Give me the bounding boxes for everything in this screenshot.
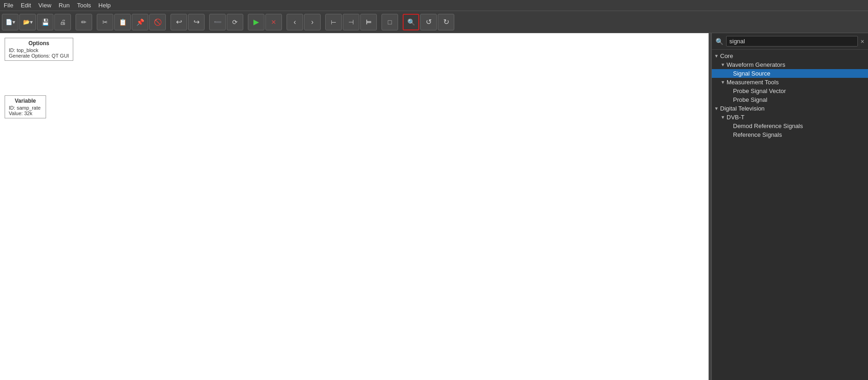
main-area: Options ID: top_block Generate Options: … [0,33,868,380]
align-right-button[interactable]: ⊨ [360,14,377,30]
open-icon: 📂▾ [23,19,33,25]
options-generate: Generate Options: QT GUI [9,53,69,58]
tree-item-probe-signal-vector[interactable]: Probe Signal Vector [712,87,868,95]
options-block: Options ID: top_block Generate Options: … [5,38,73,61]
tree-item-dvbt[interactable]: ▼ DVB-T [712,113,868,122]
square-button[interactable]: □ [381,14,398,30]
measurement-tools-arrow: ▼ [720,80,726,85]
redo-button[interactable]: ↪ [188,14,205,30]
new-button[interactable]: 📄▾ [2,14,18,30]
copy-button[interactable]: 📋 [114,14,131,30]
core-label: Core [720,53,733,59]
measurement-tools-label: Measurement Tools [727,79,779,86]
canvas-area[interactable]: Options ID: top_block Generate Options: … [0,33,709,380]
menu-tools[interactable]: Tools [73,1,94,10]
back-button[interactable]: ‹ [287,14,303,30]
forward-icon: › [311,18,313,26]
pencil-button[interactable]: ✏ [76,14,92,30]
options-generate-label: Generate Options: [9,53,50,58]
probe-signal-vector-label: Probe Signal Vector [733,88,786,94]
delete-icon: 🚫 [154,18,162,26]
align-center-icon: ⊣ [348,18,354,26]
tree-item-waveform-generators[interactable]: ▼ Waveform Generators [712,60,868,69]
align-left-icon: ⊢ [331,18,336,26]
menu-run[interactable]: Run [55,1,73,10]
waveform-generators-label: Waveform Generators [727,61,785,68]
variable-id: ID: samp_rate [9,105,42,111]
demod-reference-signals-label: Demod Reference Signals [733,123,803,129]
component-tree: ▼ Core ▼ Waveform Generators Signal Sour… [712,50,868,380]
variable-value: Value: 32k [9,111,42,116]
options-generate-value: QT GUI [52,53,69,58]
forward-button[interactable]: › [304,14,321,30]
copy-icon: 📋 [119,18,127,26]
redo-icon: ↪ [194,18,199,26]
search-icon: 🔍 [716,38,723,45]
stop-icon: ✕ [271,18,276,26]
cut-icon: ✂ [102,18,108,26]
tree-item-demod-reference-signals[interactable]: Demod Reference Signals [712,122,868,130]
square-icon: □ [388,18,392,26]
options-block-title: Options [9,40,69,47]
variable-block-title: Variable [9,98,42,104]
menu-file[interactable]: File [0,1,17,10]
digital-television-arrow: ▼ [714,106,719,111]
align-left-button[interactable]: ⊢ [325,14,342,30]
signal-source-label: Signal Source [733,70,770,77]
cut-button[interactable]: ✂ [97,14,113,30]
menubar: File Edit View Run Tools Help [0,0,868,11]
search-input[interactable] [726,36,858,47]
variable-value-label: Value: [9,111,23,116]
zoom-button[interactable]: 🔍 [403,14,419,30]
delete-button[interactable]: 🚫 [149,14,166,30]
core-arrow: ▼ [714,53,719,58]
tree-item-probe-signal[interactable]: Probe Signal [712,95,868,104]
zoom-out-button[interactable]: ➖ [209,14,226,30]
reference-signals-label: Reference Signals [733,131,782,138]
redo2-icon: ↻ [443,18,449,26]
align-center-button[interactable]: ⊣ [343,14,359,30]
tree-item-measurement-tools[interactable]: ▼ Measurement Tools [712,78,868,87]
redo2-button[interactable]: ↻ [438,14,454,30]
undo-button[interactable]: ↩ [170,14,187,30]
menu-edit[interactable]: Edit [17,1,35,10]
variable-block: Variable ID: samp_rate Value: 32k [5,95,46,118]
save-icon: 💾 [41,18,49,26]
menu-view[interactable]: View [35,1,55,10]
save-button[interactable]: 💾 [37,14,53,30]
options-id-label: ID: [9,47,15,53]
dvbt-label: DVB-T [727,114,745,121]
waveform-generators-arrow: ▼ [720,62,726,67]
digital-television-label: Digital Television [720,105,765,112]
play-button[interactable]: ▶ [248,14,264,30]
variable-value-value: 32k [24,111,32,116]
clear-search-button[interactable]: × [861,38,864,45]
search-bar: 🔍 × [712,33,868,50]
tree-item-reference-signals[interactable]: Reference Signals [712,130,868,139]
zoom-icon: 🔍 [407,18,415,26]
options-id-value: top_block [17,47,38,53]
paste-icon: 📌 [136,18,144,26]
toolbar: 📄▾ 📂▾ 💾 🖨 ✏ ✂ 📋 📌 🚫 ↩ ↪ ➖ ⟳ ▶ ✕ [0,11,868,33]
zoom-out-icon: ➖ [214,18,222,26]
refresh-button[interactable]: ↺ [420,14,437,30]
tree-item-signal-source[interactable]: Signal Source [712,69,868,78]
open-button[interactable]: 📂▾ [19,14,36,30]
variable-id-label: ID: [9,105,15,111]
back-icon: ‹ [293,18,296,26]
stop-button[interactable]: ✕ [265,14,282,30]
right-panel: 🔍 × ▼ Core ▼ Waveform Generators Signa [711,33,868,380]
rotate-button[interactable]: ⟳ [227,14,243,30]
tree-item-core[interactable]: ▼ Core [712,52,868,60]
probe-signal-label: Probe Signal [733,96,767,103]
rotate-icon: ⟳ [232,18,238,26]
paste-button[interactable]: 📌 [132,14,148,30]
dvbt-arrow: ▼ [720,115,726,120]
menu-help[interactable]: Help [95,1,115,10]
print-button[interactable]: 🖨 [54,14,71,30]
undo-icon: ↩ [176,18,182,26]
align-right-icon: ⊨ [366,18,371,26]
refresh-icon: ↺ [426,18,432,26]
tree-item-digital-television[interactable]: ▼ Digital Television [712,104,868,113]
new-icon: 📄▾ [6,19,15,25]
